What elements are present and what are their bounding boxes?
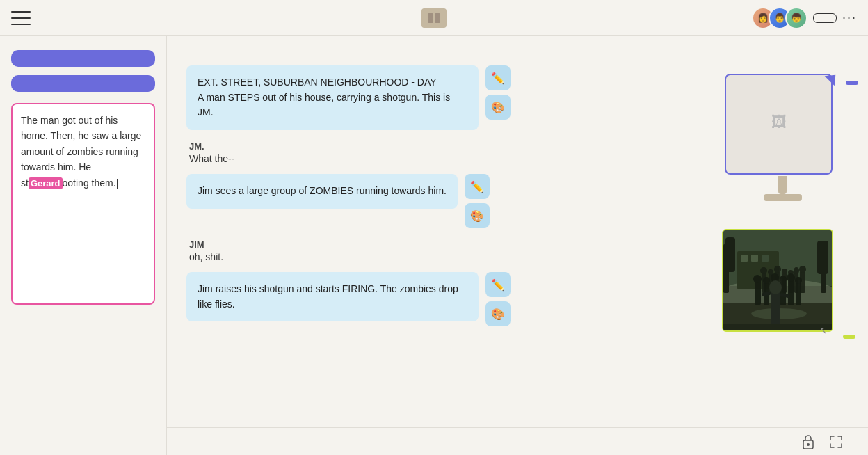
svg-rect-3 <box>435 19 440 23</box>
header: 👩 👨 👦 ··· <box>0 0 868 36</box>
header-right: 👩 👨 👦 ··· <box>752 7 857 29</box>
svg-rect-0 <box>428 13 433 19</box>
script-text-3: Jim raises his shotgun and starts FIRING… <box>186 272 479 321</box>
dialogue-name-2: JIM <box>189 239 711 250</box>
svg-rect-43 <box>771 289 780 324</box>
palette-button-1[interactable]: 🎨 <box>485 95 511 120</box>
main-layout: The man got out of his home. Then, he sa… <box>0 36 868 455</box>
zombie-image <box>722 229 833 332</box>
dialogue-name-1: JM. <box>189 141 711 152</box>
screenplay-images: 🖼 <box>716 65 849 337</box>
scene-textarea-wrapper: The man got out of his home. Then, he sa… <box>11 103 155 305</box>
script-actions-3: ✏️ 🎨 <box>485 272 511 326</box>
dialogue-text-1: What the-- <box>189 153 711 164</box>
svg-rect-13 <box>751 255 758 262</box>
script-actions-2: ✏️ 🎨 <box>465 174 490 228</box>
svg-point-24 <box>782 269 787 274</box>
edit-button-3[interactable]: ✏️ <box>485 272 511 297</box>
screenplay-main: EXT. STREET, SUBURBAN NEIGHBOURHOOD - DA… <box>186 65 716 337</box>
fullscreen-icon[interactable] <box>826 432 846 452</box>
dialogue-block-2: JIM oh, shit. <box>186 239 711 262</box>
sidebar: The man got out of his home. Then, he sa… <box>0 36 167 455</box>
svg-rect-8 <box>725 237 735 272</box>
svg-rect-2 <box>428 19 433 23</box>
puzzle-icon <box>421 8 447 28</box>
user-label-josip <box>846 81 858 85</box>
generating-image-box: 🖼 <box>725 74 833 175</box>
svg-rect-10 <box>817 241 828 274</box>
svg-point-20 <box>768 269 773 275</box>
svg-rect-1 <box>435 13 440 19</box>
menu-icon[interactable] <box>11 11 31 25</box>
header-center-icon <box>421 8 447 28</box>
svg-rect-47 <box>723 324 832 330</box>
svg-point-28 <box>794 267 799 274</box>
content-area: EXT. STREET, SUBURBAN NEIGHBOURHOOD - DA… <box>167 36 868 455</box>
dialogue-text-2: oh, shit. <box>189 251 711 262</box>
scene-display[interactable]: The man got out of his home. Then, he sa… <box>11 103 155 305</box>
share-button[interactable] <box>813 13 837 23</box>
lock-icon[interactable] <box>798 432 818 452</box>
more-options-icon[interactable]: ··· <box>842 10 857 25</box>
svg-point-49 <box>807 443 810 446</box>
avatar-3: 👦 <box>785 7 807 29</box>
svg-rect-12 <box>741 255 748 262</box>
svg-point-32 <box>753 275 762 283</box>
svg-point-18 <box>760 267 767 274</box>
svg-point-34 <box>763 277 770 284</box>
zombie-image-wrapper: ↖ <box>722 229 849 332</box>
svg-point-42 <box>795 277 802 284</box>
screenplay-content: EXT. STREET, SUBURBAN NEIGHBOURHOOD - DA… <box>186 65 849 337</box>
script-actions-1: ✏️ 🎨 <box>485 65 511 120</box>
palette-button-3[interactable]: 🎨 <box>485 301 511 326</box>
dialogue-block-1: JM. What the-- <box>186 141 711 164</box>
svg-rect-31 <box>755 280 761 305</box>
script-block-2: Jim sees a large group of ZOMBIES runnin… <box>186 174 711 228</box>
user-label-marina <box>843 335 855 339</box>
svg-point-44 <box>769 280 782 294</box>
svg-point-30 <box>799 266 806 273</box>
generate-screenplay-button[interactable] <box>11 50 155 67</box>
script-block-3: Jim raises his shotgun and starts FIRING… <box>186 272 711 326</box>
bottom-bar <box>167 427 868 455</box>
script-block-1: EXT. STREET, SUBURBAN NEIGHBOURHOOD - DA… <box>186 65 711 130</box>
script-text-2: Jim sees a large group of ZOMBIES runnin… <box>186 174 458 209</box>
svg-rect-37 <box>780 280 786 305</box>
edit-button-1[interactable]: ✏️ <box>485 65 511 90</box>
generate-storyboard-button[interactable] <box>11 75 155 92</box>
svg-point-40 <box>787 273 795 282</box>
script-text-1: EXT. STREET, SUBURBAN NEIGHBOURHOOD - DA… <box>186 65 479 130</box>
avatar-group: 👩 👨 👦 <box>752 7 807 29</box>
svg-point-22 <box>774 266 781 273</box>
svg-point-38 <box>780 276 787 282</box>
svg-rect-39 <box>788 279 794 305</box>
edit-button-2[interactable]: ✏️ <box>465 174 490 199</box>
svg-rect-41 <box>796 282 801 305</box>
palette-button-2[interactable]: 🎨 <box>465 203 490 228</box>
svg-rect-14 <box>762 255 769 262</box>
